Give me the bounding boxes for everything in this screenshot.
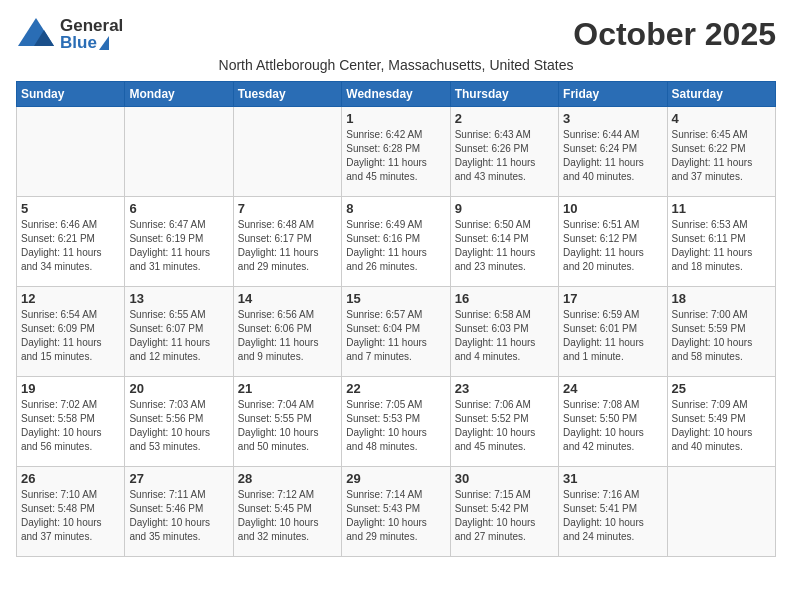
calendar-cell: 28Sunrise: 7:12 AM Sunset: 5:45 PM Dayli… xyxy=(233,467,341,557)
calendar-cell: 31Sunrise: 7:16 AM Sunset: 5:41 PM Dayli… xyxy=(559,467,667,557)
day-info: Sunrise: 6:48 AM Sunset: 6:17 PM Dayligh… xyxy=(238,218,337,274)
day-info: Sunrise: 7:04 AM Sunset: 5:55 PM Dayligh… xyxy=(238,398,337,454)
day-number: 27 xyxy=(129,471,228,486)
day-number: 21 xyxy=(238,381,337,396)
calendar-cell: 4Sunrise: 6:45 AM Sunset: 6:22 PM Daylig… xyxy=(667,107,775,197)
day-info: Sunrise: 6:49 AM Sunset: 6:16 PM Dayligh… xyxy=(346,218,445,274)
calendar-cell: 13Sunrise: 6:55 AM Sunset: 6:07 PM Dayli… xyxy=(125,287,233,377)
day-number: 10 xyxy=(563,201,662,216)
day-info: Sunrise: 7:05 AM Sunset: 5:53 PM Dayligh… xyxy=(346,398,445,454)
day-number: 13 xyxy=(129,291,228,306)
column-header-wednesday: Wednesday xyxy=(342,82,450,107)
day-info: Sunrise: 6:50 AM Sunset: 6:14 PM Dayligh… xyxy=(455,218,554,274)
day-info: Sunrise: 7:10 AM Sunset: 5:48 PM Dayligh… xyxy=(21,488,120,544)
column-header-friday: Friday xyxy=(559,82,667,107)
calendar-table: SundayMondayTuesdayWednesdayThursdayFrid… xyxy=(16,81,776,557)
day-number: 16 xyxy=(455,291,554,306)
day-number: 18 xyxy=(672,291,771,306)
logo: General Blue xyxy=(16,16,123,52)
day-info: Sunrise: 7:08 AM Sunset: 5:50 PM Dayligh… xyxy=(563,398,662,454)
calendar-cell xyxy=(233,107,341,197)
calendar-cell xyxy=(667,467,775,557)
calendar-cell: 30Sunrise: 7:15 AM Sunset: 5:42 PM Dayli… xyxy=(450,467,558,557)
logo-words: General Blue xyxy=(60,17,123,51)
day-number: 17 xyxy=(563,291,662,306)
page-header: General Blue October 2025 xyxy=(16,16,776,53)
day-number: 25 xyxy=(672,381,771,396)
day-number: 7 xyxy=(238,201,337,216)
day-info: Sunrise: 7:15 AM Sunset: 5:42 PM Dayligh… xyxy=(455,488,554,544)
header-row: SundayMondayTuesdayWednesdayThursdayFrid… xyxy=(17,82,776,107)
logo-icon xyxy=(16,16,56,52)
day-info: Sunrise: 7:03 AM Sunset: 5:56 PM Dayligh… xyxy=(129,398,228,454)
calendar-cell: 29Sunrise: 7:14 AM Sunset: 5:43 PM Dayli… xyxy=(342,467,450,557)
day-info: Sunrise: 6:51 AM Sunset: 6:12 PM Dayligh… xyxy=(563,218,662,274)
day-number: 8 xyxy=(346,201,445,216)
day-number: 29 xyxy=(346,471,445,486)
day-number: 2 xyxy=(455,111,554,126)
column-header-sunday: Sunday xyxy=(17,82,125,107)
calendar-cell: 23Sunrise: 7:06 AM Sunset: 5:52 PM Dayli… xyxy=(450,377,558,467)
column-header-thursday: Thursday xyxy=(450,82,558,107)
week-row-4: 19Sunrise: 7:02 AM Sunset: 5:58 PM Dayli… xyxy=(17,377,776,467)
logo-arrow-icon xyxy=(99,36,109,50)
calendar-cell: 15Sunrise: 6:57 AM Sunset: 6:04 PM Dayli… xyxy=(342,287,450,377)
calendar-cell: 19Sunrise: 7:02 AM Sunset: 5:58 PM Dayli… xyxy=(17,377,125,467)
calendar-cell: 11Sunrise: 6:53 AM Sunset: 6:11 PM Dayli… xyxy=(667,197,775,287)
day-info: Sunrise: 6:44 AM Sunset: 6:24 PM Dayligh… xyxy=(563,128,662,184)
calendar-cell: 18Sunrise: 7:00 AM Sunset: 5:59 PM Dayli… xyxy=(667,287,775,377)
day-number: 19 xyxy=(21,381,120,396)
day-number: 6 xyxy=(129,201,228,216)
calendar-cell xyxy=(17,107,125,197)
calendar-cell: 5Sunrise: 6:46 AM Sunset: 6:21 PM Daylig… xyxy=(17,197,125,287)
calendar-cell: 24Sunrise: 7:08 AM Sunset: 5:50 PM Dayli… xyxy=(559,377,667,467)
day-number: 14 xyxy=(238,291,337,306)
day-info: Sunrise: 7:06 AM Sunset: 5:52 PM Dayligh… xyxy=(455,398,554,454)
day-number: 28 xyxy=(238,471,337,486)
day-info: Sunrise: 6:53 AM Sunset: 6:11 PM Dayligh… xyxy=(672,218,771,274)
day-number: 24 xyxy=(563,381,662,396)
location-text: North Attleborough Center, Massachusetts… xyxy=(16,57,776,73)
calendar-cell xyxy=(125,107,233,197)
calendar-cell: 8Sunrise: 6:49 AM Sunset: 6:16 PM Daylig… xyxy=(342,197,450,287)
calendar-cell: 3Sunrise: 6:44 AM Sunset: 6:24 PM Daylig… xyxy=(559,107,667,197)
day-info: Sunrise: 7:00 AM Sunset: 5:59 PM Dayligh… xyxy=(672,308,771,364)
day-info: Sunrise: 6:59 AM Sunset: 6:01 PM Dayligh… xyxy=(563,308,662,364)
calendar-cell: 14Sunrise: 6:56 AM Sunset: 6:06 PM Dayli… xyxy=(233,287,341,377)
week-row-5: 26Sunrise: 7:10 AM Sunset: 5:48 PM Dayli… xyxy=(17,467,776,557)
day-number: 26 xyxy=(21,471,120,486)
day-info: Sunrise: 7:16 AM Sunset: 5:41 PM Dayligh… xyxy=(563,488,662,544)
day-number: 20 xyxy=(129,381,228,396)
day-info: Sunrise: 7:14 AM Sunset: 5:43 PM Dayligh… xyxy=(346,488,445,544)
day-number: 9 xyxy=(455,201,554,216)
calendar-cell: 10Sunrise: 6:51 AM Sunset: 6:12 PM Dayli… xyxy=(559,197,667,287)
day-number: 12 xyxy=(21,291,120,306)
day-number: 5 xyxy=(21,201,120,216)
calendar-cell: 17Sunrise: 6:59 AM Sunset: 6:01 PM Dayli… xyxy=(559,287,667,377)
day-number: 4 xyxy=(672,111,771,126)
month-title: October 2025 xyxy=(573,16,776,53)
calendar-cell: 6Sunrise: 6:47 AM Sunset: 6:19 PM Daylig… xyxy=(125,197,233,287)
day-info: Sunrise: 7:12 AM Sunset: 5:45 PM Dayligh… xyxy=(238,488,337,544)
day-info: Sunrise: 6:55 AM Sunset: 6:07 PM Dayligh… xyxy=(129,308,228,364)
calendar-cell: 20Sunrise: 7:03 AM Sunset: 5:56 PM Dayli… xyxy=(125,377,233,467)
week-row-2: 5Sunrise: 6:46 AM Sunset: 6:21 PM Daylig… xyxy=(17,197,776,287)
day-info: Sunrise: 7:11 AM Sunset: 5:46 PM Dayligh… xyxy=(129,488,228,544)
week-row-1: 1Sunrise: 6:42 AM Sunset: 6:28 PM Daylig… xyxy=(17,107,776,197)
logo-general-text: General xyxy=(60,17,123,34)
day-number: 1 xyxy=(346,111,445,126)
day-number: 15 xyxy=(346,291,445,306)
day-info: Sunrise: 6:57 AM Sunset: 6:04 PM Dayligh… xyxy=(346,308,445,364)
calendar-cell: 27Sunrise: 7:11 AM Sunset: 5:46 PM Dayli… xyxy=(125,467,233,557)
day-number: 23 xyxy=(455,381,554,396)
column-header-tuesday: Tuesday xyxy=(233,82,341,107)
day-number: 31 xyxy=(563,471,662,486)
calendar-cell: 12Sunrise: 6:54 AM Sunset: 6:09 PM Dayli… xyxy=(17,287,125,377)
day-info: Sunrise: 6:42 AM Sunset: 6:28 PM Dayligh… xyxy=(346,128,445,184)
calendar-cell: 26Sunrise: 7:10 AM Sunset: 5:48 PM Dayli… xyxy=(17,467,125,557)
day-number: 22 xyxy=(346,381,445,396)
day-number: 11 xyxy=(672,201,771,216)
day-info: Sunrise: 7:02 AM Sunset: 5:58 PM Dayligh… xyxy=(21,398,120,454)
day-info: Sunrise: 6:43 AM Sunset: 6:26 PM Dayligh… xyxy=(455,128,554,184)
column-header-monday: Monday xyxy=(125,82,233,107)
